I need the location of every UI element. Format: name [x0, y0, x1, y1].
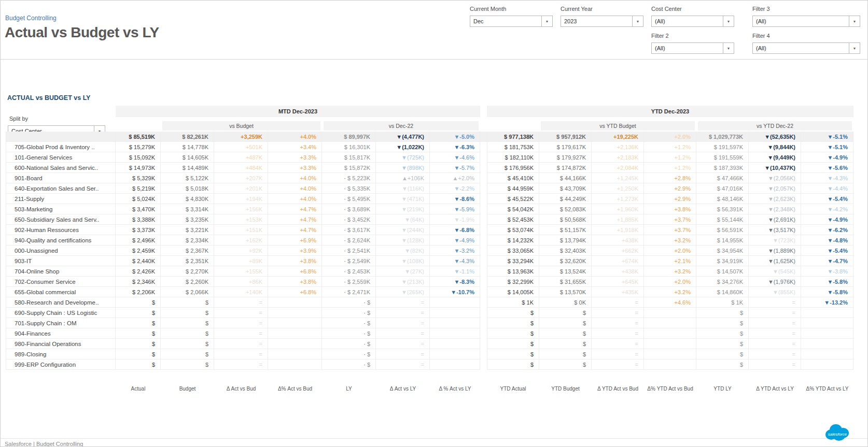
cell[interactable]: $ 32,299K — [487, 277, 539, 287]
cell[interactable]: +2.0% — [644, 246, 696, 256]
cell[interactable]: $ 5,223K — [322, 173, 376, 183]
cell[interactable]: $ 45,522K — [487, 194, 539, 204]
cell[interactable]: ▼-3.2% — [430, 246, 480, 256]
cell[interactable]: ▼(116K) — [376, 183, 430, 194]
cell[interactable] — [801, 318, 853, 328]
cell[interactable] — [801, 359, 853, 370]
row-label[interactable]: 503-Marketing — [6, 204, 116, 214]
cell[interactable] — [268, 308, 322, 318]
cell[interactable]: $ 14,005K — [487, 287, 539, 297]
cell[interactable]: $ 2,346K — [116, 277, 161, 287]
cell[interactable]: $ 15,817K — [322, 152, 376, 163]
cell[interactable]: ▼(1,625K) — [749, 256, 801, 266]
cell[interactable]: ▼-4.6% — [430, 152, 480, 163]
cell[interactable]: ▼(1,976K) — [749, 277, 801, 287]
cell[interactable]: $ 52,083K — [539, 204, 592, 214]
cell[interactable]: +2.0% — [644, 132, 696, 142]
cell[interactable]: +3.8% — [268, 277, 322, 287]
cell[interactable]: $ 1,029,773K — [696, 132, 749, 142]
cell[interactable]: $ — [539, 359, 592, 370]
cell[interactable]: +89K — [214, 256, 268, 266]
cell[interactable]: ▼-5.8% — [801, 277, 853, 287]
row-label[interactable]: 940-Quality and certifications — [6, 235, 116, 246]
row-label[interactable]: 600-National Sales and Servic.. — [6, 163, 116, 173]
cell[interactable]: $ 2,351K — [161, 256, 214, 266]
cell[interactable]: +2.1% — [644, 256, 696, 266]
cell[interactable]: = — [376, 359, 430, 370]
cell[interactable]: +3.3% — [268, 152, 322, 163]
cell[interactable]: = — [749, 297, 801, 308]
cell[interactable]: ▼(725K) — [376, 152, 430, 163]
cell[interactable]: ▼(723K) — [749, 235, 801, 246]
cell[interactable]: +435K — [592, 287, 644, 297]
cell[interactable]: $ 14,489K — [161, 163, 214, 173]
cell[interactable]: $ — [322, 359, 376, 370]
cell[interactable]: +2.9% — [644, 194, 696, 204]
cell[interactable]: ▼-5.4% — [801, 246, 853, 256]
cell[interactable]: = — [376, 308, 430, 318]
cell[interactable]: ▼(3,517K) — [749, 225, 801, 235]
cell[interactable] — [801, 339, 853, 349]
cell[interactable]: $ 56,391K — [696, 204, 749, 214]
cell[interactable]: +3.9% — [268, 246, 322, 256]
cell[interactable]: $ 174,872K — [539, 163, 592, 173]
cell[interactable]: $ — [161, 328, 214, 339]
cell[interactable]: $ — [161, 339, 214, 349]
cell[interactable]: +3.3% — [268, 163, 322, 173]
cell[interactable]: +201K — [214, 183, 268, 194]
cell[interactable]: +6.9% — [268, 235, 322, 246]
cell[interactable] — [430, 339, 480, 349]
cell[interactable]: ▼-5.6% — [801, 163, 853, 173]
cell[interactable] — [430, 297, 480, 308]
cell[interactable]: +162K — [214, 235, 268, 246]
cell[interactable] — [801, 328, 853, 339]
cell[interactable]: ▼-5.9% — [430, 204, 480, 214]
cell[interactable]: $ 5,219K — [116, 183, 161, 194]
cell[interactable]: $ 47,016K — [696, 183, 749, 194]
cell[interactable]: +140K — [214, 287, 268, 297]
cell[interactable]: $ 2,334K — [161, 235, 214, 246]
cell[interactable]: $ — [116, 339, 161, 349]
cell[interactable]: $ 2,453K — [322, 266, 376, 277]
cell[interactable]: +3.2% — [644, 266, 696, 277]
cell[interactable]: ▼(1,889K) — [749, 246, 801, 256]
cell[interactable]: $ 5,329K — [116, 173, 161, 183]
row-label[interactable] — [6, 132, 116, 142]
cell[interactable]: +1.2% — [644, 163, 696, 173]
cell[interactable]: $ 44,166K — [539, 173, 592, 183]
cell[interactable]: $ 179,927K — [539, 152, 592, 163]
chevron-down-icon[interactable]: ▼ — [632, 16, 643, 26]
cell[interactable]: ▼(27K) — [376, 266, 430, 277]
cell[interactable]: = — [214, 308, 268, 318]
row-label[interactable]: 701-Supply Chain : OM — [6, 318, 116, 328]
cell[interactable]: ▲+106K — [376, 173, 430, 183]
cell[interactable] — [268, 349, 322, 359]
filter-2-select[interactable]: (All) ▼ — [651, 42, 734, 54]
cell[interactable]: $ — [322, 297, 376, 308]
filter-4-select[interactable]: (All) ▼ — [752, 42, 860, 54]
cell[interactable]: $ — [161, 359, 214, 370]
cell[interactable]: $ 2,270K — [161, 266, 214, 277]
cell[interactable]: ▼(2,348K) — [749, 204, 801, 214]
cell[interactable] — [430, 359, 480, 370]
cell[interactable]: +194K — [214, 194, 268, 204]
cell[interactable]: +6.8% — [268, 266, 322, 277]
cell[interactable]: = — [214, 318, 268, 328]
cell[interactable]: $ 31,655K — [539, 277, 592, 287]
cell[interactable]: $ 14,507K — [696, 266, 749, 277]
cell[interactable]: +4.7% — [268, 225, 322, 235]
cell[interactable]: +153K — [214, 214, 268, 225]
cell[interactable]: ▼-6.2% — [801, 225, 853, 235]
row-label[interactable]: 655-Global commercial — [6, 287, 116, 297]
cell[interactable]: ▼-13.2% — [801, 297, 853, 308]
cell[interactable]: +3.2% — [644, 287, 696, 297]
cell[interactable]: $ — [116, 349, 161, 359]
cell[interactable]: ▼-10.7% — [430, 287, 480, 297]
cell[interactable]: $ — [322, 339, 376, 349]
cell[interactable]: $ 2,559K — [322, 277, 376, 287]
cell[interactable]: = — [592, 328, 644, 339]
cell[interactable]: $ — [487, 318, 539, 328]
cell[interactable]: $ 191,559K — [696, 152, 749, 163]
cell[interactable]: $ 56,591K — [696, 225, 749, 235]
cell[interactable]: ▼-4.2% — [801, 204, 853, 214]
